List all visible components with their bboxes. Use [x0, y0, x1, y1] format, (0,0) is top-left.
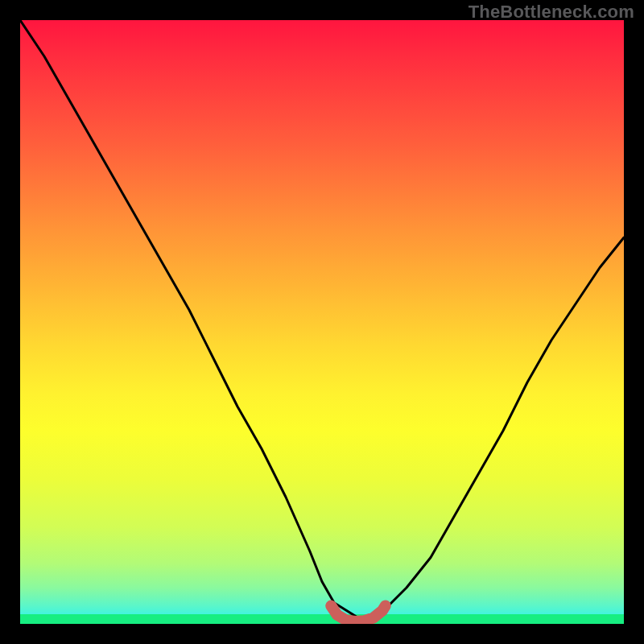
curve-layer: [20, 20, 624, 624]
bottleneck-curve: [20, 20, 624, 618]
watermark-text: TheBottleneck.com: [469, 2, 634, 23]
low-bottleneck-marker: [331, 606, 386, 622]
chart-frame: TheBottleneck.com: [0, 0, 644, 644]
plot-area: [20, 20, 624, 624]
